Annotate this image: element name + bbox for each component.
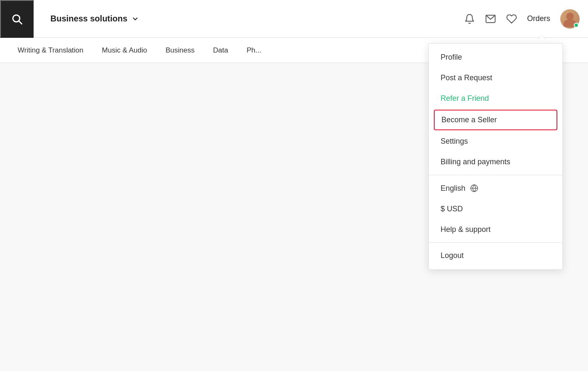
messages-button[interactable] [485,13,496,24]
dropdown-item-post-request[interactable]: Post a Request [429,68,562,88]
search-icon [11,13,23,25]
dropdown-item-language[interactable]: English [429,178,562,199]
business-solutions-button[interactable]: Business solutions [50,14,139,24]
dropdown-item-logout[interactable]: Logout [429,245,562,266]
user-dropdown: Profile Post a Request Refer a Friend Be… [428,40,563,270]
dropdown-divider-1 [429,175,562,175]
orders-button[interactable]: Orders [527,14,550,23]
dropdown-item-settings[interactable]: Settings [429,131,562,152]
header: Business solutions Orders [0,0,588,38]
dropdown-item-become-seller[interactable]: Become a Seller [434,110,557,130]
search-button[interactable] [0,0,34,38]
dropdown-arrow [538,36,546,40]
orders-label: Orders [527,14,550,23]
notifications-button[interactable] [464,13,475,24]
chevron-down-icon [131,15,139,23]
nav-item-business[interactable]: Business [156,38,204,63]
online-status-dot [574,23,579,28]
heart-icon [506,13,517,24]
business-solutions-label: Business solutions [50,14,127,24]
dropdown-item-refer-friend[interactable]: Refer a Friend [429,88,562,109]
dropdown-item-profile[interactable]: Profile [429,47,562,68]
dropdown-item-currency[interactable]: $ USD [429,199,562,219]
dropdown-item-billing[interactable]: Billing and payments [429,152,562,172]
favorites-button[interactable] [506,13,517,24]
bell-icon [464,13,475,24]
dropdown-divider-2 [429,242,562,243]
svg-line-1 [19,21,21,24]
nav-item-ph[interactable]: Ph... [237,38,270,63]
mail-icon [485,13,496,24]
nav-item-music-audio[interactable]: Music & Audio [93,38,157,63]
header-icons: Orders [464,9,580,29]
globe-icon [470,184,479,193]
user-avatar-button[interactable] [560,9,580,29]
dropdown-menu: Profile Post a Request Refer a Friend Be… [428,43,563,270]
nav-item-data[interactable]: Data [204,38,237,63]
dropdown-item-help[interactable]: Help & support [429,219,562,240]
nav-item-writing-translation[interactable]: Writing & Translation [8,38,93,63]
